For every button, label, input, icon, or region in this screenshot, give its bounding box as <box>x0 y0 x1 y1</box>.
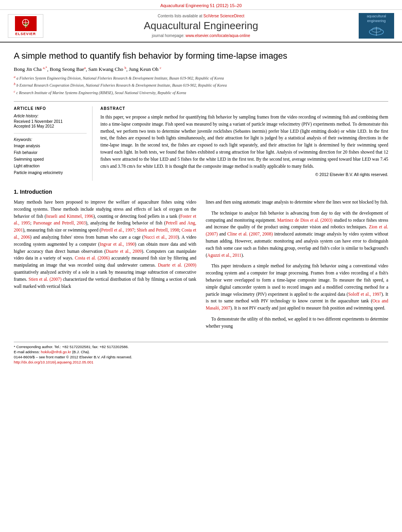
authors-line: Bong Jin Cha a,*, Bong Seong Baea, Sam K… <box>14 66 388 72</box>
footnote-email: E-mail address: hokilu@nfrdi.go.kr (B.J.… <box>14 350 388 354</box>
elsevier-tree-icon: 🌿 <box>17 18 35 30</box>
elsevier-logo: 🌿 ELSEVIER <box>8 14 43 38</box>
doi-link[interactable]: http://dx.doi.org/10.1016/j.aquaeng.2012… <box>14 360 93 364</box>
ref-ingvar[interactable]: Ingvar et al., 1990 <box>100 242 135 247</box>
footnote-issn: 0144-8609/$ – see front matter © 2012 El… <box>14 355 388 359</box>
journal-homepage-link[interactable]: www.elsevier.com/locate/aqua-online <box>185 33 250 38</box>
keywords-section: Keywords: Image analysis Fish behavior S… <box>14 137 87 176</box>
keyword-3: Swimming speed <box>14 156 87 163</box>
footnote-email-link[interactable]: hokilu@nfrdi.go.kr <box>41 350 71 354</box>
keyword-1: Image analysis <box>14 143 87 149</box>
journal-title: Aquacultural Engineering <box>47 20 355 32</box>
ref-stien[interactable]: Stien et al. (2007) <box>29 277 62 282</box>
aq-engineering-logo: aquacultural engineering <box>359 13 394 39</box>
article-info-abstract-section: ARTICLE INFO Article history: Received 1… <box>14 101 388 181</box>
article-history: Article history: Received 1 November 201… <box>14 114 87 128</box>
ref-israeli[interactable]: Israeli and Kimmel, 1996 <box>46 214 93 219</box>
affiliation-c: c c Research Institute of Marine Systems… <box>14 89 388 96</box>
ref-petrell97[interactable]: Petrell et al., 1997 <box>101 228 134 232</box>
affiliation-b: b b External Research Cooperation Divisi… <box>14 82 388 88</box>
homepage-line: journal homepage: www.elsevier.com/locat… <box>47 33 355 38</box>
ref-oca[interactable]: Oca and Masaló, 2007 <box>206 298 389 310</box>
footnote-section: * Corresponding author. Tel.: +82 517220… <box>14 342 388 364</box>
keyword-2: Fish behavior <box>14 150 87 156</box>
abstract-text: In this paper, we propose a simple metho… <box>100 114 388 170</box>
intro-para-r2: The technique to analyze fish behavior i… <box>206 210 389 259</box>
aq-logo-image <box>367 25 386 37</box>
ref-duarte[interactable]: Duarte et al., 2009 <box>106 249 142 254</box>
intro-right-col: lines and then using automatic image ana… <box>206 199 389 334</box>
intro-para-r1: lines and then using automatic image ana… <box>206 199 389 206</box>
introduction-section: 1. Introduction Many methods have been p… <box>14 189 388 334</box>
intro-para-r4: To demonstrate the utility of this metho… <box>206 316 389 330</box>
info-divider <box>14 133 87 133</box>
ref-parsonage[interactable]: Parsonage and Petrell, 2003 <box>33 221 85 225</box>
history-label: Article history: <box>14 114 87 118</box>
affiliation-a: a a Fisheries System Engineering Divisio… <box>14 75 388 81</box>
accepted-date: Accepted 16 May 2012 <box>14 124 87 128</box>
top-bar: Aquacultural Engineering 51 (2012) 15–20 <box>0 0 402 10</box>
article-content: A simple method to quantify fish behavio… <box>0 43 402 373</box>
sciverse-link[interactable]: SciVerse ScienceDirect <box>204 14 245 18</box>
article-info-column: ARTICLE INFO Article history: Received 1… <box>14 106 93 181</box>
ref-cline[interactable]: Cline et al. (2007, 2008) <box>227 232 273 236</box>
ref-duarte2[interactable]: Duarte et al. (2009) <box>158 263 196 267</box>
keyword-4: Light attraction <box>14 163 87 169</box>
ref-shieh[interactable]: Shieh and Petrell, 1998 <box>137 228 179 232</box>
ref-soloff[interactable]: Soloff et al., 1997 <box>348 292 382 297</box>
abstract-heading: ABSTRACT <box>100 106 388 111</box>
intro-para-1: Many methods have been proposed to impro… <box>14 199 196 290</box>
aq-logo-text: aquacultural engineering <box>367 14 386 38</box>
ref-costa2[interactable]: Costa et al. (2006) <box>75 256 109 260</box>
journal-header: 🌿 ELSEVIER Contents lists available at S… <box>0 10 402 43</box>
introduction-body: Many methods have been proposed to impro… <box>14 199 388 334</box>
journal-citation: Aquacultural Engineering 51 (2012) 15–20 <box>160 3 242 8</box>
copyright-line: © 2012 Elsevier B.V. All rights reserved… <box>100 172 388 177</box>
ref-martinez[interactable]: Martinez de Dios et al. (2003) <box>277 218 333 222</box>
keywords-list: Image analysis Fish behavior Swimming sp… <box>14 143 87 176</box>
journal-header-center: Contents lists available at SciVerse Sci… <box>43 14 359 38</box>
article-info-heading: ARTICLE INFO <box>14 106 87 111</box>
article-title: A simple method to quantify fish behavio… <box>14 50 388 62</box>
intro-left-col: Many methods have been proposed to impro… <box>14 199 196 334</box>
keywords-label: Keywords: <box>14 137 87 142</box>
ref-aguzzi[interactable]: Aguzzi et al., 2011 <box>207 253 241 258</box>
computers-text: Computers <box>146 249 166 254</box>
intro-para-r3: This paper introduces a simple method fo… <box>206 263 389 312</box>
elsevier-logo-box: 🌿 <box>15 16 37 31</box>
footnote-doi: http://dx.doi.org/10.1016/j.aquaeng.2012… <box>14 360 388 364</box>
abstract-column: ABSTRACT In this paper, we propose a sim… <box>100 106 388 181</box>
sciverse-line: Contents lists available at SciVerse Sci… <box>47 14 355 18</box>
keyword-5: Particle imaging velocimetry <box>14 170 87 176</box>
elsevier-wordmark: ELSEVIER <box>15 32 36 36</box>
affiliations: a a Fisheries System Engineering Divisio… <box>14 75 388 96</box>
received-date: Received 1 November 2011 <box>14 119 87 124</box>
footnote-corresponding: * Corresponding author. Tel.: +82 517220… <box>14 345 388 349</box>
ref-nucci[interactable]: Nucci et al., 2010 <box>144 235 178 239</box>
introduction-heading: 1. Introduction <box>14 189 388 195</box>
